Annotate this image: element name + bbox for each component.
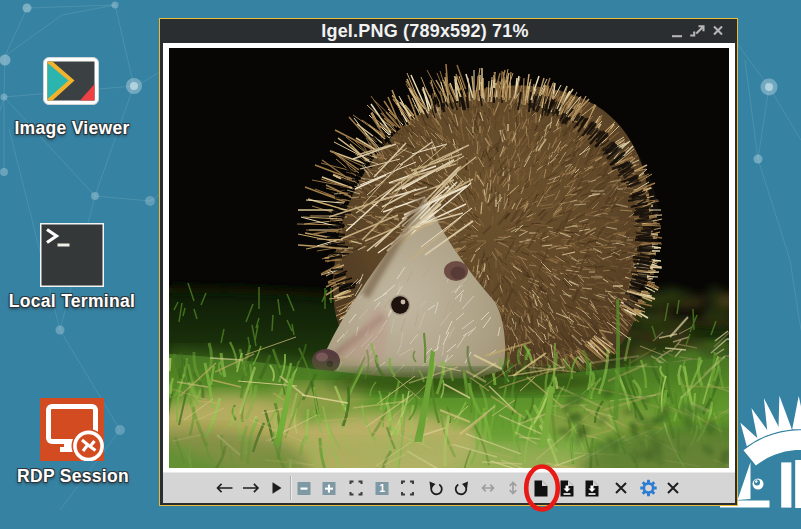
svg-text:1: 1: [379, 482, 385, 494]
